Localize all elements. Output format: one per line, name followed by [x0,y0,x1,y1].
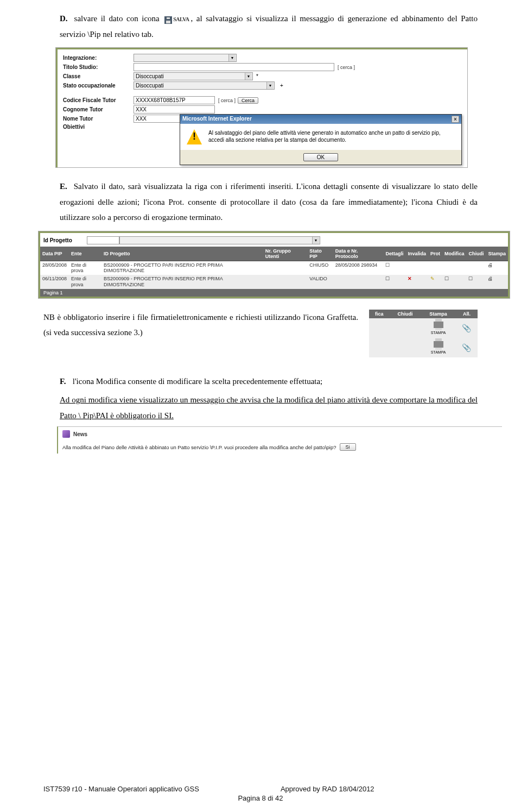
cell-chiudi-icon[interactable] [466,261,486,275]
cell-dettagli-icon[interactable]: ☐ [383,275,405,289]
news-msg: Alla modifica del Piano delle Attività è… [62,444,336,450]
cell-ente: Ente di prova [69,261,101,275]
cell-invalida-icon[interactable]: ✕ [405,275,428,289]
th-data-e-nr-protocolo: Data e Nr. Protocolo [333,247,384,261]
select-id-progetto[interactable] [119,236,320,244]
ie-dialog: Microsoft Internet Explorer × Al salvata… [180,114,462,165]
paragraph-nb: NB è obbligatorio inserire i file firmat… [43,310,358,341]
th-ente: Ente [69,247,101,261]
label-nome: Nome Tutor [63,116,134,122]
th-fica: fica [369,310,390,318]
input-codice-fiscale[interactable]: XXXXX68T08B157P [134,96,215,104]
clip-icon[interactable]: 📎 [462,324,471,332]
cell-stampa-icon[interactable]: 🖨 [486,275,508,289]
footer-page: Pagina 8 di 42 [43,794,478,802]
input-id-progetto[interactable] [87,236,119,244]
cerca-button[interactable]: Cerca [238,97,258,104]
label-classe: Classe [63,73,134,79]
label-integrazione: Integrazione: [63,55,134,61]
th-all: All. [456,310,478,318]
select-classe[interactable]: Disoccupati [134,72,253,80]
e-text: Salvato il dato, sarà visualizzata la ri… [60,182,478,222]
cell-ente: Ente di prova [69,275,101,289]
label-stato-occ: Stato occupazionale [63,83,134,89]
cell-data: 28/05/2008 [40,261,69,275]
news-label: News [73,431,87,437]
cell-modifica-icon[interactable] [442,261,467,275]
cell-stato: CHIUSO [307,261,333,275]
cell-invalida-icon[interactable] [405,261,428,275]
th-invalida: Invalida [405,247,428,261]
page-footer: IST7539 r10 - Manuale Operatori applicat… [43,785,478,802]
cell-nr [263,261,308,275]
paragraph-f-underline: Ad ogni modifica viene visualizzato un m… [60,392,478,423]
stampa-cell-2[interactable]: STAMPA [421,338,456,357]
stampa-cell[interactable]: STAMPA [421,318,456,338]
label-cognome: Cognome Tutor [63,106,134,112]
cell-chiudi-icon[interactable]: ☐ [466,275,486,289]
cell-dettagli-icon[interactable]: ☐ [383,261,405,275]
select-integrazione[interactable] [134,54,237,62]
cell-stampa-icon[interactable]: 🖨 [486,261,508,275]
f-line1: l'icona Modifica consente di modificare … [73,377,323,386]
cell-nr [263,275,308,289]
printer-icon [434,341,443,348]
stato-plus: + [280,83,283,89]
pagina-label: Pagina 1 [40,289,508,297]
list-letter-d: D. [60,11,71,27]
th-stampa: Stampa [421,310,456,318]
label-codice-fiscale: Codice Fiscale Tutor [63,97,134,103]
news-cube-icon [62,430,70,438]
screenshot-pip-table: Id Progetto Data PIPEnteID ProgettoNr. G… [38,231,510,299]
d-text-1: salvare il dato con icona [74,14,160,23]
close-icon[interactable]: × [452,116,459,123]
cerca-link-1[interactable]: [ cerca ] [338,65,355,70]
cerca-link-2[interactable]: [ cerca ] [218,98,236,103]
footer-right: Approved by RAD 18/04/2012 [281,785,374,793]
th-dettagli: Dettagli [383,247,405,261]
input-cognome[interactable]: XXX [134,105,215,114]
screenshot-stampa-all: fica Chiudi Stampa All. STAMPA 📎 STAMPA … [369,310,478,357]
list-letter-e: E. [60,179,71,194]
paragraph-d: D. salvare il dato con icona SALVA, al s… [60,11,478,42]
screenshot-news-bar: News Alla modifica del Piano delle Attiv… [57,426,502,454]
floppy-icon [164,16,172,24]
cell-prot-icon[interactable]: ✎ [428,275,442,289]
th-chiudi: Chiudi [466,247,486,261]
paragraph-e: E. Salvato il dato, sarà visualizzata la… [60,179,478,225]
ok-button[interactable]: OK [303,153,338,161]
save-icon: SALVA [163,14,190,24]
input-titolo-studio[interactable] [134,63,334,71]
cell-protocolo [333,275,384,289]
label-id-progetto: Id Progetto [43,237,87,243]
clip-icon[interactable]: 📎 [462,343,471,352]
ie-dialog-text: Al salvataggio del piano delle attività … [208,129,455,143]
th-nr-gruppo-utenti: Nr. Gruppo Utenti [263,247,308,261]
cell-modifica-icon[interactable]: ☐ [442,275,467,289]
classe-asterisk: * [256,73,258,79]
th-stampa: Stampa [486,247,508,261]
label-titolo-studio: Titolo Studio: [63,64,134,70]
footer-left: IST7539 r10 - Manuale Operatori applicat… [43,785,199,793]
th-data-pip: Data PIP [40,247,69,261]
th-chiudi: Chiudi [390,310,421,318]
cell-protocolo: 28/05/2008 298934 [333,261,384,275]
th-prot: Prot [428,247,442,261]
table-row: 28/05/2008Ente di provaBS2000909 - PROGE… [40,261,508,275]
table-row: 06/11/2008Ente di provaBS2000909 - PROGE… [40,275,508,289]
cell-data: 06/11/2008 [40,275,69,289]
cell-prog: BS2000909 - PROGETTO PARI INSERIO PER PR… [101,275,263,289]
screenshot-form-dialog: Integrazione: Titolo Studio:[ cerca ] Cl… [55,47,468,168]
th-modifica: Modifica [442,247,467,261]
list-letter-f: F. [60,374,71,389]
cell-prot-icon[interactable] [428,261,442,275]
ie-dialog-title: Microsoft Internet Explorer [182,116,252,123]
si-button[interactable]: Si [340,443,356,451]
pip-table: Data PIPEnteID ProgettoNr. Gruppo Utenti… [40,247,508,289]
select-stato-occ[interactable]: Disoccupati [134,81,275,90]
paragraph-f: F. l'icona Modifica consente di modifica… [60,374,478,389]
warning-icon [187,129,202,144]
th-stato-pip: Stato PIP [307,247,333,261]
label-obiettivi: Obiettivi [63,124,134,130]
th-id-progetto: ID Progetto [101,247,263,261]
